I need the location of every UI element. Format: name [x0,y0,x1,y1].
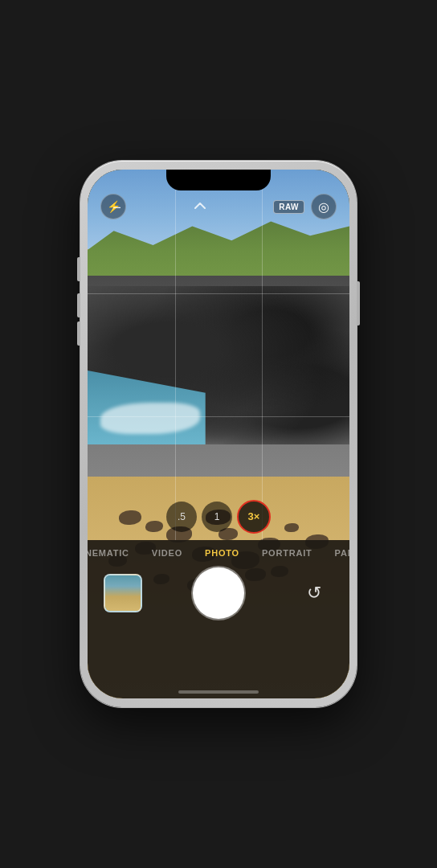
raw-label: RAW [279,203,299,211]
top-controls: ⚡̶ RAW ◎ [88,194,349,219]
zoom-controls: .5 1 3× [166,500,271,534]
mode-selector: CINEMATIC VIDEO PHOTO PORTRAIT PANO [88,540,349,564]
live-photo-button[interactable]: ◎ [311,194,337,219]
raw-button[interactable]: RAW [273,200,304,214]
thumbnail-image [105,575,141,611]
flip-camera-button[interactable]: ↺ [298,577,330,609]
ocean-foam [100,403,200,434]
turtle [145,521,163,532]
turtle [119,510,141,525]
zoom-half-label: .5 [178,511,186,522]
turtle [284,523,299,532]
shutter-button[interactable] [193,567,244,619]
zoom-1x-label: 1 [214,511,220,522]
chevron-up-button[interactable] [194,201,206,212]
zoom-3x-label: 3× [248,510,260,522]
top-right-controls: RAW ◎ [273,194,337,219]
live-photo-icon: ◎ [318,199,329,215]
mode-photo[interactable]: PHOTO [194,548,251,558]
flash-button[interactable]: ⚡̶ [100,194,126,219]
phone-frame: ⚡̶ RAW ◎ .5 1 [80,161,357,707]
mode-video[interactable]: VIDEO [141,548,194,558]
notch [166,170,271,190]
zoom-1x-button[interactable]: 1 [202,502,232,532]
last-photo-thumbnail[interactable] [104,574,142,612]
mode-pano[interactable]: PANO [324,548,349,558]
camera-bottom-ui: CINEMATIC VIDEO PHOTO PORTRAIT PANO [88,540,349,698]
phone-screen: ⚡̶ RAW ◎ .5 1 [88,170,349,698]
shutter-row: ↺ [88,567,349,619]
mode-portrait[interactable]: PORTRAIT [251,548,324,558]
home-indicator [178,690,259,694]
flip-camera-icon: ↺ [307,583,321,604]
zoom-3x-button[interactable]: 3× [237,500,271,534]
zoom-half-button[interactable]: .5 [166,502,197,532]
flash-off-icon: ⚡̶ [107,200,120,213]
mode-cinematic[interactable]: CINEMATIC [88,548,141,558]
